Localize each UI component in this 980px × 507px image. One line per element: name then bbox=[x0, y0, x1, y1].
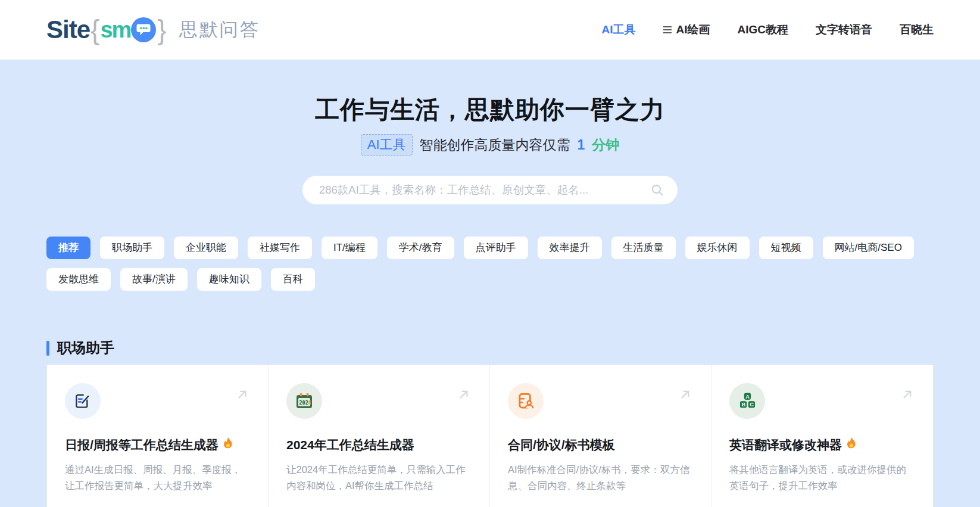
nav-item[interactable]: AI绘画 bbox=[663, 22, 710, 38]
open-tool-arrow-icon[interactable] bbox=[235, 387, 250, 402]
category-row-1: 推荐职场助手企业职能社媒写作IT/编程学术/教育点评助手效率提升生活质量娱乐休闲… bbox=[46, 237, 934, 259]
svg-text:B: B bbox=[741, 402, 745, 408]
nav-item-label: AI绘画 bbox=[676, 22, 710, 38]
page: Site { sm } 思默问答 AI工具AI绘画AIGC教程文字转语音百晓生 … bbox=[0, 0, 980, 507]
logo-brace-open: { bbox=[90, 16, 99, 43]
section-accent-bar bbox=[46, 341, 49, 356]
logo-mark: Site { sm } bbox=[46, 15, 167, 44]
open-tool-arrow-icon[interactable] bbox=[900, 387, 915, 402]
category-chip[interactable]: 学术/教育 bbox=[387, 237, 454, 259]
abc-blocks-icon: ABC bbox=[729, 383, 765, 419]
svg-text:A: A bbox=[745, 394, 750, 400]
logo-site-text: Site bbox=[46, 15, 90, 44]
category-chip[interactable]: 网站/电商/SEO bbox=[823, 237, 914, 259]
nav-item[interactable]: AI工具 bbox=[602, 22, 636, 38]
tool-card[interactable]: ABC英语翻译或修改神器将其他语言翻译为英语，或改进你提供的英语句子，提升工作效… bbox=[711, 365, 933, 507]
category-chip[interactable]: 职场助手 bbox=[100, 237, 164, 259]
svg-text:4: 4 bbox=[308, 400, 311, 406]
tool-card[interactable]: 日报/周报等工作总结生成器通过AI生成日报、周报、月报、季度报，让工作报告更简单… bbox=[47, 365, 269, 507]
tool-card[interactable]: 合同/协议/标书模板AI制作标准合同/协议/标书，要求：双方信息、合同内容、终止… bbox=[490, 365, 711, 507]
nav-item-label: AIGC教程 bbox=[738, 22, 789, 38]
nav-item[interactable]: 文字转语音 bbox=[816, 22, 872, 38]
hero: 工作与生活，思默助你一臂之力 AI工具 智能创作高质量内容仅需 1 分钟 bbox=[0, 60, 980, 204]
category-chip[interactable]: 趣味知识 bbox=[197, 268, 261, 291]
tool-cards-panel: 日报/周报等工作总结生成器通过AI生成日报、周报、月报、季度报，让工作报告更简单… bbox=[46, 365, 934, 507]
search-input[interactable] bbox=[319, 183, 650, 197]
category-chip[interactable]: 发散思维 bbox=[46, 268, 111, 291]
nav-item-label: 文字转语音 bbox=[816, 22, 872, 38]
menu-icon bbox=[663, 26, 672, 33]
category-chip[interactable]: 百科 bbox=[271, 268, 315, 291]
nav-item[interactable]: AIGC教程 bbox=[738, 22, 789, 38]
logo[interactable]: Site { sm } 思默问答 bbox=[46, 15, 260, 44]
open-tool-arrow-icon[interactable] bbox=[678, 387, 693, 402]
card-description: 让2024年工作总结更简单，只需输入工作内容和岗位，AI帮你生成工作总结 bbox=[286, 462, 472, 493]
svg-text:C: C bbox=[750, 402, 754, 408]
category-chip[interactable]: 娱乐休闲 bbox=[685, 237, 750, 259]
card-description: 将其他语言翻译为英语，或改进你提供的英语句子，提升工作效率 bbox=[729, 462, 915, 493]
category-chip[interactable]: 企业职能 bbox=[174, 237, 238, 259]
card-title: 英语翻译或修改神器 bbox=[729, 437, 915, 453]
logo-brace-close: } bbox=[157, 16, 166, 43]
subtitle-text: 智能创作高质量内容仅需 bbox=[420, 136, 570, 154]
category-chip[interactable]: 点评助手 bbox=[464, 237, 528, 259]
contract-user-icon bbox=[508, 383, 544, 419]
logo-sm-text: sm bbox=[100, 17, 130, 43]
subtitle-number: 1 bbox=[578, 137, 585, 153]
category-chip[interactable]: IT/编程 bbox=[322, 237, 377, 259]
section-header: 职场助手 bbox=[0, 338, 980, 357]
calendar-2024-icon: 2024 bbox=[286, 383, 322, 419]
page-title: 工作与生活，思默助你一臂之力 bbox=[0, 94, 980, 126]
search-icon[interactable] bbox=[650, 183, 664, 197]
category-row-2: 发散思维故事/演讲趣味知识百科 bbox=[46, 268, 934, 291]
subtitle-unit: 分钟 bbox=[592, 136, 619, 154]
svg-text:202: 202 bbox=[299, 400, 308, 406]
main-nav: AI工具AI绘画AIGC教程文字转语音百晓生 bbox=[602, 22, 934, 38]
nav-item-label: 百晓生 bbox=[900, 22, 934, 38]
card-description: AI制作标准合同/协议/标书，要求：双方信息、合同内容、终止条款等 bbox=[508, 462, 693, 493]
section-title: 职场助手 bbox=[57, 338, 114, 357]
category-filters: 推荐职场助手企业职能社媒写作IT/编程学术/教育点评助手效率提升生活质量娱乐休闲… bbox=[0, 237, 980, 291]
chat-bubble-icon bbox=[131, 17, 156, 42]
category-chip[interactable]: 推荐 bbox=[46, 237, 90, 259]
card-title: 日报/周报等工作总结生成器 bbox=[65, 437, 250, 453]
hero-subtitle: AI工具 智能创作高质量内容仅需 1 分钟 bbox=[0, 134, 980, 155]
card-title: 2024年工作总结生成器 bbox=[286, 437, 472, 453]
search-bar bbox=[302, 176, 678, 204]
category-chip[interactable]: 效率提升 bbox=[538, 237, 602, 259]
nav-item[interactable]: 百晓生 bbox=[900, 22, 934, 38]
category-chip[interactable]: 生活质量 bbox=[611, 237, 676, 259]
fire-icon bbox=[844, 437, 858, 453]
card-title: 合同/协议/标书模板 bbox=[508, 437, 693, 453]
category-chip[interactable]: 短视频 bbox=[759, 237, 813, 259]
category-chip[interactable]: 故事/演讲 bbox=[120, 268, 188, 291]
category-chip[interactable]: 社媒写作 bbox=[248, 237, 312, 259]
brand-name: 思默问答 bbox=[179, 17, 260, 42]
fire-icon bbox=[221, 437, 235, 453]
nav-item-label: AI工具 bbox=[602, 22, 636, 38]
tool-card[interactable]: 20242024年工作总结生成器让2024年工作总结更简单，只需输入工作内容和岗… bbox=[269, 365, 490, 507]
document-edit-icon bbox=[65, 383, 101, 419]
header: Site { sm } 思默问答 AI工具AI绘画AIGC教程文字转语音百晓生 bbox=[0, 0, 980, 60]
card-description: 通过AI生成日报、周报、月报、季度报，让工作报告更简单，大大提升效率 bbox=[65, 462, 250, 493]
open-tool-arrow-icon[interactable] bbox=[456, 387, 472, 402]
ai-tools-badge: AI工具 bbox=[361, 134, 413, 155]
